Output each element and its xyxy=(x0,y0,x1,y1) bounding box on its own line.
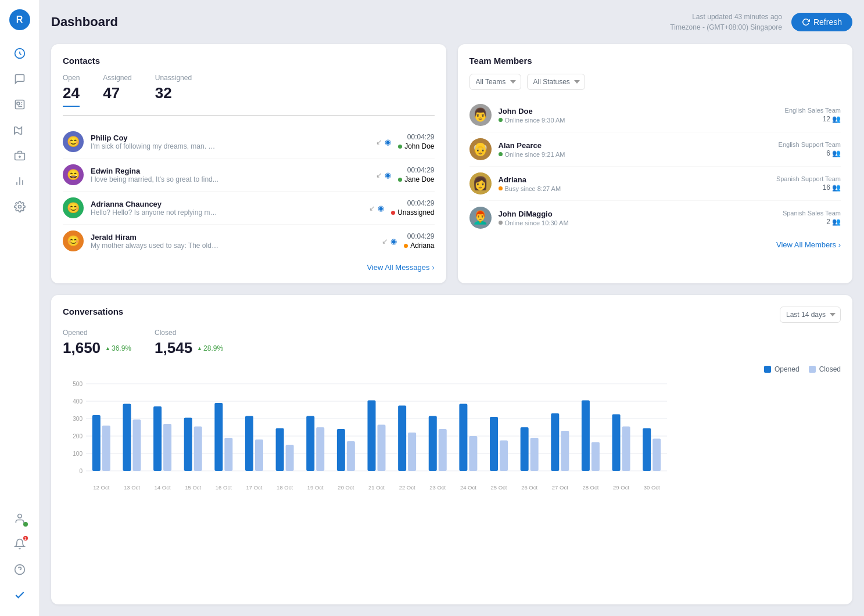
svg-rect-35 xyxy=(184,418,192,471)
svg-text:18 Oct: 18 Oct xyxy=(277,484,293,491)
svg-rect-30 xyxy=(132,420,141,471)
opened-change: 36.9% xyxy=(105,344,131,352)
sidebar-item-team[interactable] xyxy=(8,144,31,167)
legend-closed-color xyxy=(809,366,816,373)
reply-icon: ↙ xyxy=(369,204,375,212)
agent-status-dot xyxy=(398,145,402,149)
page-title: Dashboard xyxy=(51,15,118,30)
svg-rect-72 xyxy=(561,431,569,471)
stat-unassigned: Unassigned 32 xyxy=(155,74,192,107)
contact-avatar: 😊 xyxy=(63,230,84,251)
user-avatar[interactable]: R xyxy=(9,9,30,30)
svg-rect-68 xyxy=(521,427,529,471)
sidebar-item-profile[interactable] xyxy=(8,507,31,530)
svg-text:500: 500 xyxy=(73,381,83,387)
svg-rect-66 xyxy=(500,441,508,471)
svg-text:24 Oct: 24 Oct xyxy=(460,484,476,491)
team-member[interactable]: 👩 Adriana Busy since 8:27 AM Spanish Sup… xyxy=(469,167,841,201)
contact-item[interactable]: 😄 Edwin Regina I love being married, It'… xyxy=(63,158,435,192)
channel-icon: ◉ xyxy=(378,204,384,212)
team-filters: All Teams All Statuses xyxy=(469,74,841,90)
contacts-title: Contacts xyxy=(63,56,435,66)
member-info: Alan Pearce Online since 9:21 AM xyxy=(499,141,772,158)
notification-badge: 1 xyxy=(23,536,28,541)
view-all-messages[interactable]: View All Messages › xyxy=(63,263,435,272)
contact-right: 00:04:29 Adriana xyxy=(404,232,434,250)
filter-statuses[interactable]: All Statuses xyxy=(527,74,585,90)
last-updated: Last updated 43 minutes ago Timezone - (… xyxy=(670,12,782,33)
filter-teams[interactable]: All Teams xyxy=(469,74,521,90)
svg-rect-65 xyxy=(490,417,498,471)
svg-rect-74 xyxy=(582,401,590,471)
agent-status-dot xyxy=(391,211,395,215)
svg-text:300: 300 xyxy=(73,416,83,422)
member-right: English Sales Team 12 👥 xyxy=(785,107,841,123)
svg-rect-81 xyxy=(653,439,661,471)
sidebar-item-settings[interactable] xyxy=(8,195,31,218)
refresh-button[interactable]: Refresh xyxy=(791,13,852,31)
svg-rect-26 xyxy=(92,415,101,471)
svg-point-10 xyxy=(18,206,21,208)
sidebar-item-help[interactable] xyxy=(8,558,31,581)
svg-rect-44 xyxy=(276,428,284,471)
svg-text:20 Oct: 20 Oct xyxy=(338,484,354,491)
svg-rect-39 xyxy=(224,438,232,471)
svg-text:17 Oct: 17 Oct xyxy=(246,484,262,491)
contact-item[interactable]: 😊 Philip Coy I'm sick of following my dr… xyxy=(63,125,435,158)
sidebar-item-reports[interactable] xyxy=(8,118,31,142)
member-avatar: 👴 xyxy=(469,138,492,160)
svg-rect-56 xyxy=(398,406,406,471)
contacts-card: Contacts Open 24 Assigned 47 Unassigned … xyxy=(51,44,446,283)
svg-text:28 Oct: 28 Oct xyxy=(582,484,598,491)
conversations-stats: Opened 1,650 36.9% Closed 1,545 28.9% xyxy=(63,329,841,357)
sidebar-item-analytics[interactable] xyxy=(8,170,31,193)
conversations-card: Conversations Last 14 days Opened 1,650 … xyxy=(51,295,852,604)
team-member[interactable]: 👨 John Doe Online since 9:30 AM English … xyxy=(469,98,841,132)
contact-channel-icons: ↙ ◉ xyxy=(369,204,384,212)
sidebar-item-notifications[interactable]: 1 xyxy=(8,532,31,556)
contact-info: Edwin Regina I love being married, It's … xyxy=(91,167,369,183)
svg-rect-57 xyxy=(408,433,416,471)
svg-text:22 Oct: 22 Oct xyxy=(399,484,415,491)
svg-rect-47 xyxy=(306,416,314,471)
team-member[interactable]: 👨‍🦰 John DiMaggio Online since 10:30 AM … xyxy=(469,201,841,235)
contacts-stats: Open 24 Assigned 47 Unassigned 32 xyxy=(63,74,435,116)
agent-status-dot xyxy=(398,178,402,182)
sidebar-item-checkmark[interactable] xyxy=(8,583,31,607)
svg-rect-27 xyxy=(102,426,110,471)
contact-item[interactable]: 😊 Adrianna Chauncey Hello? Hello? Is any… xyxy=(63,192,435,225)
svg-text:14 Oct: 14 Oct xyxy=(155,484,171,491)
svg-rect-33 xyxy=(163,424,171,471)
period-select[interactable]: Last 14 days xyxy=(780,307,841,323)
svg-rect-53 xyxy=(368,401,376,471)
svg-rect-75 xyxy=(591,442,600,471)
legend-opened-color xyxy=(764,366,771,373)
view-all-members[interactable]: View All Members › xyxy=(469,240,841,249)
svg-rect-51 xyxy=(347,441,355,471)
member-right: Spanish Sales Team 2 👥 xyxy=(783,210,841,226)
sidebar-item-messages[interactable] xyxy=(8,67,31,91)
svg-rect-41 xyxy=(245,416,253,471)
bar-chart: 010020030040050012 Oct13 Oct14 Oct15 Oct… xyxy=(63,378,673,494)
online-badge xyxy=(23,522,28,527)
member-avatar: 👨‍🦰 xyxy=(469,207,492,229)
contact-info: Adrianna Chauncey Hello? Hello? Is anyon… xyxy=(91,200,362,217)
member-status-dot xyxy=(499,186,503,190)
legend-closed: Closed xyxy=(809,365,841,373)
contact-info: Philip Coy I'm sick of following my drea… xyxy=(91,134,369,150)
stat-open: Open 24 xyxy=(63,74,80,107)
sidebar-item-dashboard[interactable] xyxy=(8,42,31,65)
member-avatar: 👨 xyxy=(469,104,492,126)
contact-item[interactable]: 😊 Jerald Hiram My mother always used to … xyxy=(63,225,435,257)
header-right: Last updated 43 minutes ago Timezone - (… xyxy=(670,12,852,33)
channel-icon: ◉ xyxy=(385,171,391,179)
team-member[interactable]: 👴 Alan Pearce Online since 9:21 AM Engli… xyxy=(469,132,841,167)
conversations-header: Conversations Last 14 days xyxy=(63,307,841,323)
svg-rect-38 xyxy=(214,403,223,471)
svg-text:21 Oct: 21 Oct xyxy=(368,484,385,491)
contact-channel-icons: ↙ ◉ xyxy=(376,138,391,146)
svg-rect-45 xyxy=(286,445,294,471)
sidebar-item-contacts[interactable] xyxy=(8,93,31,116)
svg-rect-50 xyxy=(337,429,345,471)
member-info: Adriana Busy since 8:27 AM xyxy=(499,175,769,192)
